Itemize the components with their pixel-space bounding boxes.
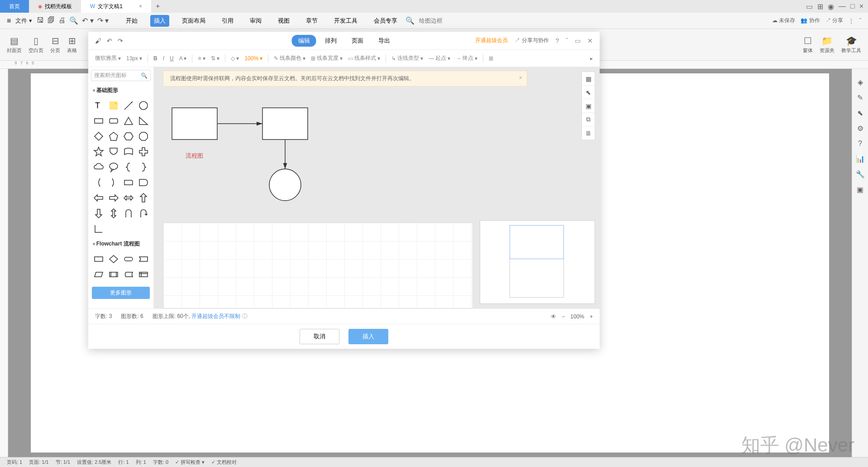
collab-button[interactable]: 👥 协作	[801, 17, 820, 24]
sidebar-select-icon[interactable]: ⬉	[857, 109, 863, 117]
menu-tab-review[interactable]: 审阅	[246, 15, 265, 27]
shape-plus[interactable]	[137, 145, 150, 159]
mini-layers-icon[interactable]: ▣	[582, 99, 595, 113]
italic-button[interactable]: I	[163, 55, 164, 62]
dlg-tab-page[interactable]: 页面	[345, 35, 370, 47]
notice-close-icon[interactable]: ×	[519, 75, 522, 81]
shape-arrow-ud[interactable]	[107, 207, 120, 220]
mini-page-icon[interactable]: 🗎	[582, 126, 595, 140]
file-menu[interactable]: 文件 ▾	[15, 17, 32, 25]
shape-brace-r[interactable]	[137, 160, 150, 174]
zoom-in-button[interactable]: +	[590, 313, 593, 320]
menu-tab-start[interactable]: 开始	[122, 15, 141, 27]
font-size[interactable]: 13px ▾	[126, 55, 142, 62]
shape-brace-l[interactable]	[122, 160, 135, 174]
fc-decision[interactable]	[107, 252, 120, 266]
shape-roundrect[interactable]	[107, 114, 120, 128]
redo-icon[interactable]: ↷ ▾	[97, 16, 109, 25]
shape-trapezoid[interactable]	[122, 145, 135, 159]
dlg-maximize-icon[interactable]: ▭	[575, 37, 581, 44]
shape-note[interactable]	[107, 99, 120, 112]
menu-tab-view[interactable]: 视图	[274, 15, 293, 27]
shape-tab[interactable]	[122, 176, 135, 189]
fc-process[interactable]	[92, 252, 105, 266]
grid-icon[interactable]: ⊞	[817, 2, 823, 11]
dlg-help-icon[interactable]: ?	[556, 37, 559, 44]
dlg-tab-edit[interactable]: 编辑	[292, 35, 316, 47]
shape-search[interactable]: 搜索稻壳图标 🔍	[91, 70, 151, 81]
status-spellcheck[interactable]: ✓ 拼写检查 ▾	[175, 459, 205, 466]
ribbon-cover[interactable]: ▤封面页	[7, 31, 22, 58]
shape-triangle[interactable]	[122, 114, 135, 128]
menu-tab-chapter[interactable]: 章节	[302, 15, 321, 27]
tab-home[interactable]: 首页	[0, 0, 29, 13]
grid-panel[interactable]	[163, 222, 473, 308]
fc-terminator[interactable]	[122, 252, 135, 266]
dlg-collapse-icon[interactable]: ˇ	[566, 37, 568, 44]
sidebar-edit-icon[interactable]: ✎	[857, 93, 863, 102]
ribbon-blank[interactable]: ▯空白页	[29, 31, 43, 58]
command-search[interactable]	[419, 17, 496, 24]
fill-color[interactable]: ◇ ▾	[231, 55, 239, 62]
tab-document[interactable]: W文字文稿1 ×	[81, 0, 151, 13]
mini-theme-icon[interactable]: ▦	[582, 72, 595, 86]
more-icon[interactable]: ⋮	[849, 18, 854, 24]
save-as-icon[interactable]: 🗐	[48, 16, 55, 25]
canvas-area[interactable]: 流程图使用时需保持联网，内容会实时保存至云文档。关闭后可在云文档中找到文件并打开…	[154, 67, 600, 308]
line-spacing[interactable]: ⇅ ▾	[211, 55, 219, 62]
dlg-tab-export[interactable]: 导出	[372, 35, 396, 47]
sidebar-settings-icon[interactable]: ⚙	[857, 124, 863, 133]
fc-internal[interactable]	[137, 268, 150, 281]
dlg-share-link[interactable]: ↗ 分享与协作	[515, 37, 548, 44]
line-style[interactable]: ▭ 线条样式 ▾	[348, 54, 380, 62]
dlg-close-icon[interactable]: ✕	[587, 37, 593, 44]
format-brush-icon[interactable]: 🖌	[95, 37, 101, 44]
shape-rect[interactable]	[92, 114, 105, 128]
dlg-tab-arrange[interactable]: 排列	[319, 35, 343, 47]
zoom-out-button[interactable]: −	[562, 313, 565, 320]
line-color[interactable]: ✎ 线条颜色 ▾	[274, 54, 305, 62]
menu-tab-dev[interactable]: 开发工具	[330, 15, 361, 27]
fc-data[interactable]	[137, 252, 150, 266]
shape-corner[interactable]	[92, 222, 105, 236]
layout-icon[interactable]: ▭	[806, 2, 813, 11]
shape-rtriangle[interactable]	[137, 114, 150, 128]
conn-end[interactable]: → 终点 ▾	[456, 54, 477, 62]
shape-shield[interactable]	[107, 145, 120, 159]
shape-uturn-r[interactable]	[137, 207, 150, 220]
maximize-icon[interactable]: □	[850, 2, 855, 10]
line-width[interactable]: ⊞ 线条宽度 ▾	[311, 54, 343, 62]
opacity[interactable]: 100% ▾	[244, 55, 262, 62]
shape-line[interactable]	[122, 99, 135, 112]
category-flowchart[interactable]: Flowchart 流程图	[88, 237, 153, 250]
shape-bracket-l[interactable]	[92, 176, 105, 189]
status-page[interactable]: 页面: 1/1	[29, 459, 48, 466]
shape-bracket-r[interactable]	[107, 176, 120, 189]
status-chars[interactable]: 字数: 0	[153, 459, 168, 466]
tab-close-icon[interactable]: ×	[139, 3, 142, 10]
ribbon-break[interactable]: ⊟分页	[50, 31, 60, 58]
hamburger-icon[interactable]: ≡	[7, 17, 11, 25]
share-button[interactable]: ↗ 分享	[825, 17, 843, 24]
underline-button[interactable]: U	[170, 55, 174, 62]
shape-drop[interactable]	[137, 176, 150, 189]
shape-arrow-l[interactable]	[92, 191, 105, 205]
align-button[interactable]: ≡ ▾	[198, 55, 205, 62]
save-icon[interactable]: 🖫	[37, 16, 44, 25]
unsaved-indicator[interactable]: ☁ 未保存	[772, 17, 795, 24]
shape-text[interactable]: T	[92, 99, 105, 112]
zoom-level[interactable]: 100%	[570, 313, 584, 320]
sidebar-tool-icon[interactable]: 🔧	[856, 170, 865, 178]
more-shapes-button[interactable]: 更多图形	[92, 287, 150, 299]
shape-diamond[interactable]	[92, 130, 105, 143]
status-doccheck[interactable]: ✓ 文档校对	[211, 459, 237, 466]
ribbon-table[interactable]: ⊞表格	[67, 31, 77, 58]
conn-type[interactable]: ↳ 连线类型 ▾	[391, 54, 423, 62]
sidebar-chart-icon[interactable]: 📊	[856, 154, 865, 163]
window-close-icon[interactable]: ×	[859, 2, 863, 10]
bold-button[interactable]: B	[153, 55, 157, 62]
category-basic[interactable]: 基础图形	[88, 84, 153, 97]
preview-icon[interactable]: 🔍	[69, 16, 78, 25]
tab-add-button[interactable]: +	[151, 2, 164, 10]
sidebar-help-icon[interactable]: ?	[858, 140, 862, 148]
